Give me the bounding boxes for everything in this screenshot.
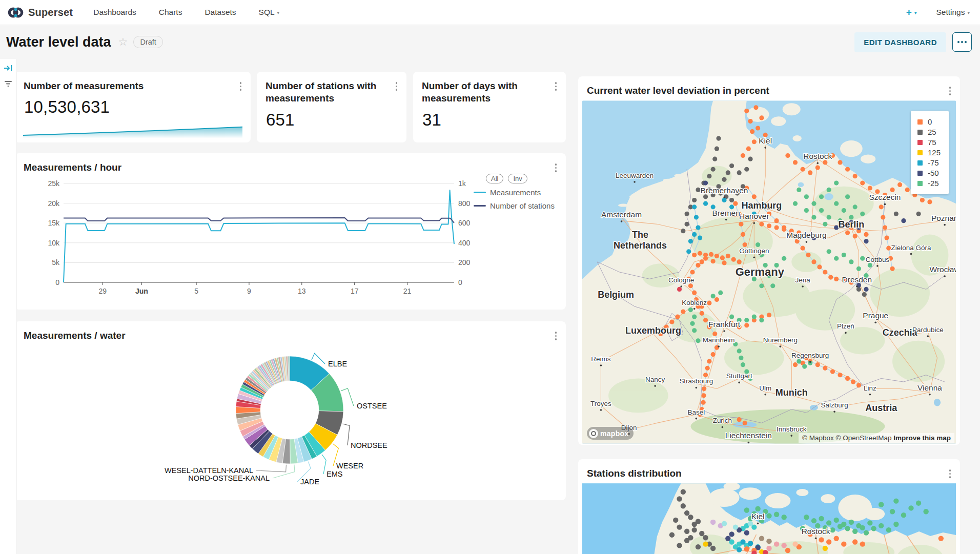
- station-dot: [852, 539, 858, 544]
- city-label: Zurich: [713, 417, 732, 424]
- station-dot: [731, 257, 736, 262]
- stations-map[interactable]: KielRostock: [582, 483, 956, 554]
- station-dot: [845, 167, 850, 172]
- hour-chart-card: Measurements / hour 25k1k20k80015k60010k…: [15, 153, 566, 310]
- station-dot: [703, 373, 708, 377]
- improve-map-link[interactable]: Improve this map: [893, 434, 951, 442]
- deviation-map[interactable]: LeeuwardenAmsterdamTheNetherlandsBelgium…: [582, 100, 956, 444]
- station-dot: [927, 199, 932, 204]
- chevron-down-icon: ▾: [914, 10, 917, 15]
- station-dot: [823, 366, 827, 371]
- station-dot: [685, 222, 689, 227]
- city-label: Cottbus: [866, 256, 890, 263]
- station-dot: [737, 259, 742, 264]
- station-dot: [774, 541, 779, 546]
- city-label: Rostock: [802, 527, 830, 536]
- map-legend-item: -75: [917, 158, 941, 167]
- city-label: Nancy: [645, 376, 665, 383]
- station-dot: [739, 356, 743, 360]
- legend-all-button[interactable]: All: [486, 174, 503, 183]
- city-label: Innsbruck: [777, 425, 807, 433]
- svg-text:20k: 20k: [48, 199, 60, 208]
- city-label: Kiel: [759, 136, 772, 145]
- map-legend-item: -25: [917, 179, 941, 188]
- expand-filters-icon[interactable]: [4, 64, 13, 72]
- legend-value: 0: [928, 117, 932, 126]
- card-menu-kebab-icon[interactable]: [947, 85, 953, 97]
- city-label: Poznań: [931, 214, 956, 222]
- city-label: Prague: [863, 311, 888, 320]
- station-dot: [781, 543, 786, 548]
- station-dot: [739, 222, 743, 227]
- station-dot: [701, 393, 706, 398]
- station-dot: [729, 198, 734, 202]
- station-dot: [692, 328, 697, 333]
- card-menu-kebab-icon[interactable]: [947, 467, 953, 480]
- station-dot: [759, 283, 764, 288]
- nav-item-sql[interactable]: SQL▾: [259, 8, 280, 17]
- station-dot: [867, 520, 872, 525]
- station-dot: [879, 204, 884, 209]
- edit-dashboard-button[interactable]: EDIT DASHBOARD: [854, 32, 946, 52]
- station-dot: [815, 362, 820, 367]
- station-dot: [696, 188, 700, 192]
- station-dot: [696, 263, 700, 268]
- legend-value: -25: [928, 179, 939, 188]
- city-label: Mannheim: [703, 336, 735, 344]
- station-dot: [714, 254, 719, 258]
- city-label: Göttingen: [739, 247, 769, 255]
- dashboard-more-button[interactable]: [952, 32, 972, 52]
- dashboard-header: Water level data ☆ Draft EDIT DASHBOARD: [0, 25, 980, 59]
- svg-text:15k: 15k: [48, 219, 60, 227]
- favorite-star-icon[interactable]: ☆: [118, 36, 128, 48]
- legend-inv-button[interactable]: Inv: [508, 174, 527, 183]
- nav-item-dashboards[interactable]: Dashboards: [93, 8, 136, 17]
- station-dot: [766, 539, 771, 544]
- card-menu-kebab-icon[interactable]: [394, 80, 400, 93]
- city-label: Troyes: [590, 400, 611, 407]
- svg-text:1k: 1k: [458, 179, 466, 188]
- station-dot: [826, 520, 831, 525]
- station-dot: [696, 544, 701, 549]
- station-dot: [703, 535, 708, 540]
- station-dot: [703, 201, 708, 206]
- station-dot: [804, 208, 809, 213]
- new-item-button[interactable]: +▾: [906, 7, 917, 18]
- city-label: Strasbourg: [679, 377, 713, 385]
- station-dot: [842, 253, 846, 257]
- station-dot: [901, 218, 906, 223]
- station-dot: [834, 277, 839, 281]
- settings-menu[interactable]: Settings▾: [936, 8, 970, 17]
- filter-icon[interactable]: [4, 80, 12, 88]
- card-menu-kebab-icon[interactable]: [238, 80, 244, 93]
- station-dot: [677, 543, 682, 548]
- card-menu-kebab-icon[interactable]: [553, 80, 559, 93]
- superset-logo[interactable]: Superset: [7, 4, 73, 21]
- city-label: Basel: [687, 408, 705, 416]
- station-dot: [883, 225, 887, 230]
- station-dot: [677, 496, 682, 501]
- station-dot: [823, 160, 827, 165]
- station-dot: [752, 314, 757, 319]
- station-dot: [712, 332, 717, 336]
- nav-item-charts[interactable]: Charts: [159, 8, 182, 17]
- station-dot: [793, 160, 798, 165]
- map-legend-item: 75: [917, 138, 941, 147]
- station-dot: [905, 188, 910, 192]
- station-dot: [759, 222, 764, 227]
- station-dot: [811, 259, 816, 264]
- legend-value: 125: [928, 148, 941, 157]
- station-dot: [841, 541, 846, 546]
- legend-item[interactable]: Number of stations: [474, 201, 571, 210]
- nav-item-datasets[interactable]: Datasets: [205, 8, 236, 17]
- city-label: Hanover: [739, 212, 769, 220]
- card-menu-kebab-icon[interactable]: [553, 161, 559, 174]
- station-dot: [741, 362, 745, 367]
- water-donut-chart[interactable]: ELBEOSTSEENORDSEEWESEREMSJADENORD-OSTSEE…: [15, 321, 566, 500]
- legend-item[interactable]: Measurements: [474, 188, 571, 197]
- deviation-map-card: Current water level deviation in percent: [578, 76, 960, 445]
- station-dot: [675, 314, 680, 319]
- station-dot: [856, 383, 861, 387]
- card-menu-kebab-icon[interactable]: [553, 330, 559, 342]
- station-dot: [709, 252, 713, 257]
